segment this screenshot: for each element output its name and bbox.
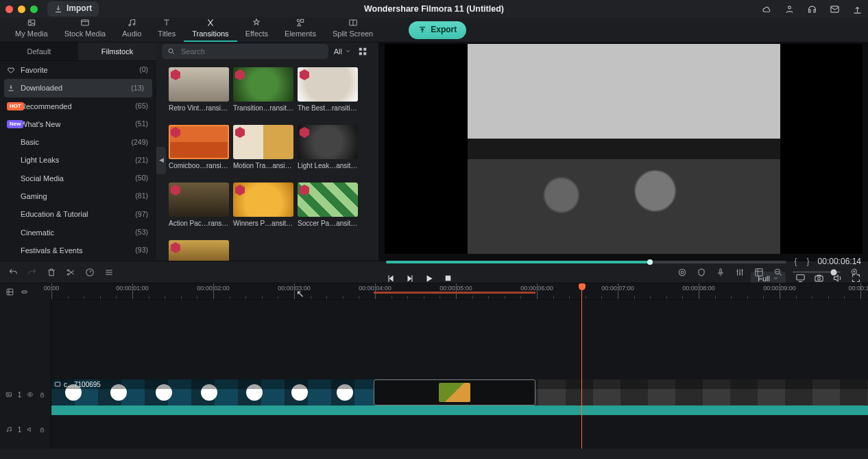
category-item[interactable]: Family & Friends(22) [0, 259, 156, 261]
time-ruler[interactable]: 00:0000:00:01:0000:00:02:0000:00:03:0000… [51, 283, 868, 300]
split-icon[interactable] [66, 268, 75, 277]
cloud-icon[interactable] [762, 4, 772, 14]
window-controls [5, 5, 38, 13]
search-input-wrapper[interactable] [162, 44, 328, 59]
svg-point-31 [29, 394, 31, 395]
preview-viewport[interactable] [385, 44, 863, 254]
category-item[interactable]: Downloaded(13) [4, 79, 152, 97]
tab-effects[interactable]: Effects [237, 16, 276, 42]
auto-ripple-icon[interactable] [677, 268, 687, 277]
import-button[interactable]: Import [47, 1, 99, 16]
mark-in-button[interactable]: { [793, 257, 799, 268]
zoom-slider[interactable] [793, 271, 841, 273]
subtab-filmstock[interactable]: Filmstock [78, 43, 156, 60]
scrub-knob[interactable] [647, 259, 653, 265]
fit-icon[interactable] [5, 287, 14, 296]
minimize-window-icon[interactable] [18, 5, 25, 13]
video-track-header[interactable]: 1 [0, 379, 51, 410]
transition-thumb[interactable]: Light Leak…ansition 11 [298, 125, 358, 170]
tab-label: Effects [245, 29, 268, 38]
search-input[interactable] [180, 47, 323, 56]
tab-transitions[interactable]: Transitions [184, 16, 237, 42]
category-item[interactable]: Gaming(81) [0, 187, 156, 205]
step-back-icon[interactable] [386, 274, 396, 283]
headset-icon[interactable] [807, 4, 817, 14]
tab-stock-media[interactable]: Stock Media [56, 16, 114, 42]
mixer-icon[interactable] [735, 268, 745, 277]
account-icon[interactable] [784, 4, 795, 14]
step-forward-icon[interactable] [405, 274, 415, 283]
transition-thumb[interactable]: Retro Vint…ransition 01 [169, 67, 229, 113]
speed-icon[interactable] [85, 268, 95, 277]
transition-thumb[interactable]: The Best…ransition 03 [298, 67, 358, 113]
marker-icon[interactable] [697, 268, 706, 277]
menu-icon[interactable] [104, 268, 114, 277]
audio-track[interactable] [51, 436, 868, 449]
category-item[interactable]: Social Media(50) [0, 169, 156, 187]
close-window-icon[interactable] [5, 5, 13, 13]
export-button[interactable]: Export [409, 21, 466, 39]
eye-icon[interactable] [27, 390, 34, 399]
category-item[interactable]: NewWhat's New(51) [0, 115, 156, 133]
mark-out-button[interactable]: } [806, 257, 811, 268]
category-item[interactable]: HOTRecommended(65) [0, 97, 156, 115]
audio-track-header[interactable]: 1 [0, 419, 51, 440]
transition-thumb[interactable]: Winners P…ansition 04 [233, 183, 293, 228]
transition-thumb[interactable]: Soccer Pa…ansition 02 [298, 183, 358, 228]
tab-my-media[interactable]: My Media [7, 16, 56, 42]
grid-view-icon[interactable] [358, 47, 367, 56]
premium-badge-icon [235, 185, 245, 196]
speaker-icon[interactable] [27, 425, 34, 434]
timeline-body[interactable]: 00:0000:00:01:0000:00:02:0000:00:03:0000… [51, 283, 868, 449]
tracks-area[interactable]: c…7100695 tree-7101858 [51, 300, 868, 449]
transition-thumb[interactable]: Comicboo…ransition 2 [169, 125, 229, 170]
category-item[interactable]: Cinematic(53) [0, 224, 156, 242]
render-icon[interactable] [754, 268, 764, 277]
category-item[interactable]: Education & Tutorial(97) [0, 205, 156, 223]
category-item[interactable]: Festivals & Events(93) [0, 242, 156, 259]
preview-panel: { } 00:00:06:14 Full [379, 43, 868, 261]
svg-rect-14 [363, 52, 366, 55]
category-label: Gaming [21, 191, 47, 201]
link-icon[interactable] [20, 287, 29, 296]
ruler-label: 00:00 [44, 285, 60, 293]
transition-thumb[interactable]: Motion Tra…ansition 01 [233, 125, 293, 170]
linked-audio-strip[interactable] [51, 405, 868, 415]
zoom-in-icon[interactable] [850, 268, 860, 277]
hot-badge: HOT [7, 102, 24, 110]
tab-titles[interactable]: Titles [149, 16, 184, 42]
transition-grid[interactable]: Retro Vint…ransition 01Transition…ransit… [156, 60, 378, 261]
category-item[interactable]: Light Leaks(21) [0, 151, 156, 169]
filter-dropdown[interactable]: All [334, 47, 351, 56]
tab-elements[interactable]: Elements [276, 16, 324, 42]
upload-icon[interactable] [852, 4, 863, 14]
category-list[interactable]: Favorite(0)Downloaded(13)HOTRecommended(… [0, 60, 156, 261]
redo-icon[interactable] [27, 268, 37, 277]
undo-icon[interactable] [8, 268, 18, 277]
stop-icon[interactable] [444, 274, 453, 283]
source-subtabs: Default Filmstock [0, 43, 156, 60]
zoom-knob[interactable] [831, 269, 837, 275]
lock-icon[interactable] [39, 391, 45, 399]
preview-scrub-bar[interactable] [386, 261, 786, 263]
transition-thumb[interactable]: Thanksgivi…nsition 05 [169, 240, 229, 261]
voiceover-icon[interactable] [716, 268, 725, 277]
zoom-out-icon[interactable] [773, 268, 783, 277]
transition-thumb[interactable]: Action Pac…ransition 1 [169, 183, 229, 228]
transition-thumb[interactable]: Transition…ransition 14 [233, 67, 293, 113]
transition-clip[interactable] [374, 379, 535, 405]
delete-icon[interactable] [47, 268, 56, 277]
play-icon[interactable] [424, 274, 434, 283]
tab-audio[interactable]: Audio [114, 16, 149, 42]
zoom-window-icon[interactable] [30, 5, 38, 13]
category-item[interactable]: Favorite(0) [0, 61, 156, 79]
collapse-sidebar-button[interactable]: ◀ [156, 147, 166, 174]
import-label: Import [67, 3, 92, 14]
category-item[interactable]: Basic(249) [0, 133, 156, 151]
lock-icon[interactable] [39, 426, 45, 434]
mail-icon[interactable] [830, 4, 840, 14]
playhead[interactable] [581, 283, 582, 449]
category-count: (97) [135, 210, 148, 220]
tab-split-screen[interactable]: Split Screen [324, 16, 381, 42]
subtab-default[interactable]: Default [0, 43, 78, 60]
